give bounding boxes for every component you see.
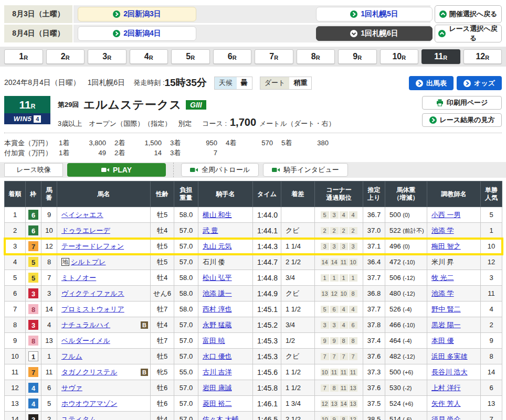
trainer-name-link[interactable]: 矢作 芳人 <box>431 400 461 407</box>
jockey-name-link[interactable]: 丸山 元気 <box>203 242 232 250</box>
chevron-right-circle-icon <box>416 80 423 87</box>
race-tab-3R[interactable]: 3R <box>88 49 126 64</box>
horse-name-wrap: ベルダーイメル <box>58 336 149 346</box>
jockey-name-link[interactable]: 横山 和生 <box>203 211 232 219</box>
race-tab-9R[interactable]: 9R <box>338 49 377 64</box>
body-weight: 530 <box>389 384 401 392</box>
race-tab-10R[interactable]: 10R <box>380 49 419 64</box>
horse-name-link[interactable]: プロミストウォリア <box>61 305 124 314</box>
shutsuba-button[interactable]: 出馬表 <box>409 76 454 90</box>
trainer-name-link[interactable]: 牧 光二 <box>431 274 454 282</box>
finish-time: 1:44.8 <box>253 270 281 286</box>
start-time-label: 発走時刻 : <box>133 78 164 88</box>
sex-age: 牝5 <box>151 364 174 380</box>
race-tab-7R[interactable]: 7R <box>255 49 293 64</box>
print-page-button[interactable]: 印刷用ページ <box>422 96 502 110</box>
margin <box>281 207 315 223</box>
horse-name-link[interactable]: ユティタム <box>61 415 97 420</box>
odds-button[interactable]: オッズ <box>457 76 502 90</box>
race-tab-2R[interactable]: 2R <box>46 49 85 64</box>
chevron-right-circle-icon <box>113 10 120 18</box>
jockey-name-link[interactable]: 岩田 康誠 <box>203 384 232 392</box>
meeting-button-sapporo5[interactable]: 1回札幌5日 <box>316 7 433 21</box>
jockey-name-link[interactable]: 菱田 裕二 <box>203 400 232 407</box>
corner-position: 8 <box>349 337 357 344</box>
body-weight-diff: (+6) <box>403 401 413 407</box>
frame-number: 4 <box>28 383 38 393</box>
horse-name-link[interactable]: タガノクリステル <box>61 368 117 377</box>
horse-name-link[interactable]: ベイシャエス <box>61 210 103 220</box>
back-to-kaisai-button[interactable]: 開催選択へ戻る <box>435 5 502 23</box>
result-row: 7814プロミストウォリア牡758.0西村 淳也1:45.11 1/256443… <box>5 301 502 317</box>
jockey-name-link[interactable]: 佐々木 大輔 <box>203 415 239 420</box>
jockey-name-link[interactable]: 永野 猛蔵 <box>203 321 232 329</box>
horse-name-link[interactable]: ナチュラルハイ <box>61 320 110 330</box>
horse-name-link[interactable]: シルトプレ <box>71 257 106 267</box>
trainer-name-link[interactable]: 野中 賢二 <box>431 305 461 313</box>
last-3f-time: 37.8 <box>363 317 385 333</box>
race-tab-12R[interactable]: 12R <box>463 49 502 64</box>
play-button[interactable]: PLAY <box>67 163 166 177</box>
race-tab-5R[interactable]: 5R <box>171 49 210 64</box>
horse-name-link[interactable]: サヴァ <box>61 383 82 393</box>
trainer-name-link[interactable]: 小西 一男 <box>431 211 461 219</box>
printer-icon <box>436 99 444 106</box>
chevron-right-circle-icon <box>113 30 120 37</box>
horse-name-link[interactable]: ベルダーイメル <box>61 336 110 346</box>
trainer-cell: 本田 優 <box>427 333 481 349</box>
start-time-value: 15時35分 <box>165 76 207 90</box>
sex-age: 牡5 <box>151 207 174 223</box>
jockey-name-link[interactable]: 富田 暁 <box>203 337 225 344</box>
trainer-name-link[interactable]: 池添 学 <box>431 227 454 234</box>
race-tabs: 1R2R3R4R5R6R7R8R9R10R11R12R <box>0 47 506 67</box>
trainer-name-link[interactable]: 須貝 尚介 <box>431 415 461 420</box>
win-popularity: 11 <box>481 286 502 301</box>
trainer-name-link[interactable]: 長谷川 浩大 <box>431 368 468 376</box>
jockey-interview-button[interactable]: 騎手インタビュー <box>263 163 348 177</box>
jockey-name-link[interactable]: 松山 弘平 <box>203 274 232 282</box>
race-tab-1R[interactable]: 1R <box>4 49 43 64</box>
meeting-button-niigata3[interactable]: 2回新潟3日 <box>78 7 196 21</box>
race-tab-8R[interactable]: 8R <box>297 49 335 64</box>
frame-number: 8 <box>28 304 38 314</box>
body-weight-cell: 522 (前計不) <box>385 223 427 239</box>
race-tab-4R[interactable]: 4R <box>130 49 168 64</box>
jockey-name-link[interactable]: 古川 吉洋 <box>203 368 232 376</box>
horse-name-link[interactable]: フルム <box>61 352 82 361</box>
race-tab-suffix: R <box>191 55 195 61</box>
jockey-name-link[interactable]: 池添 謙一 <box>203 289 232 297</box>
corner-position: 7 <box>321 384 329 392</box>
back-to-race-select-button[interactable]: レース選択へ戻る <box>435 25 502 42</box>
trainer-name-link[interactable]: 池添 学 <box>431 289 454 297</box>
meeting-button-niigata4[interactable]: 2回新潟4日 <box>78 26 196 41</box>
jockey-name-link[interactable]: 西村 淳也 <box>203 305 232 313</box>
horse-name-link[interactable]: ドゥラエレーデ <box>61 226 110 235</box>
race-tab-6R[interactable]: 6R <box>213 49 252 64</box>
race-number-suffix: R <box>31 103 36 110</box>
trainer-name-link[interactable]: 黒岩 陽一 <box>431 321 461 329</box>
trainer-cell: 野中 賢二 <box>427 301 481 317</box>
horse-name-link[interactable]: テーオードレフォン <box>61 242 124 251</box>
race-tab-number: 3 <box>102 52 107 61</box>
trainer-name-link[interactable]: 浜田 多実雄 <box>431 352 468 360</box>
win-popularity: 2 <box>481 317 502 333</box>
race-tab-number: 4 <box>144 52 149 61</box>
race-tab-suffix: R <box>316 55 320 61</box>
carried-weight: 57.0 <box>174 317 198 333</box>
jockey-name-link[interactable]: 水口 優也 <box>203 352 232 360</box>
horse-name-link[interactable]: ホウオウアマゾン <box>61 399 117 408</box>
result-row: 1246サヴァ牡657.0岩田 康誠1:45.81 1/278111337.65… <box>5 380 502 396</box>
result-guide-button[interactable]: レース結果の見方 <box>422 113 502 127</box>
meeting-button-sapporo6-selected[interactable]: 1回札幌6日 <box>316 26 433 41</box>
trainer-name-link[interactable]: 梅田 智之 <box>431 242 461 250</box>
horse-name-link[interactable]: ヴィクティファルス <box>61 289 124 298</box>
trainer-name-link[interactable]: 上村 洋行 <box>431 384 461 392</box>
jockey-name-link[interactable]: 武 豊 <box>203 227 218 234</box>
result-row: 9813ベルダーイメル牡757.0富田 暁1:45.31/2998837.446… <box>5 333 502 349</box>
prize-place: 1着 <box>59 138 79 148</box>
race-tab-number: 1 <box>19 52 24 61</box>
race-tab-11R[interactable]: 11R <box>421 49 460 64</box>
patrol-video-button[interactable]: 全周パトロール <box>181 163 259 177</box>
trainer-name-link[interactable]: 本田 優 <box>431 337 454 344</box>
horse-name-link[interactable]: ミトノオー <box>61 273 96 283</box>
